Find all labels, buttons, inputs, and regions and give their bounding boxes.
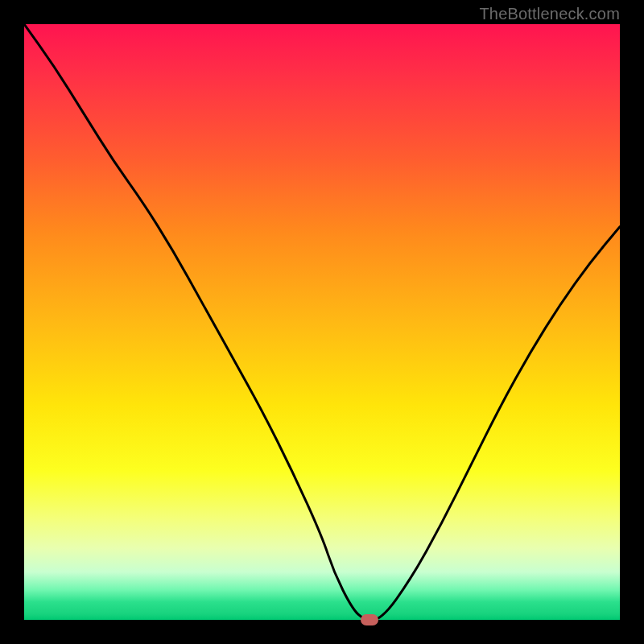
bottleneck-curve [24,24,620,620]
chart-frame: TheBottleneck.com [0,0,644,644]
optimal-marker [361,614,378,625]
plot-area [24,24,620,620]
attribution-text: TheBottleneck.com [479,5,620,23]
